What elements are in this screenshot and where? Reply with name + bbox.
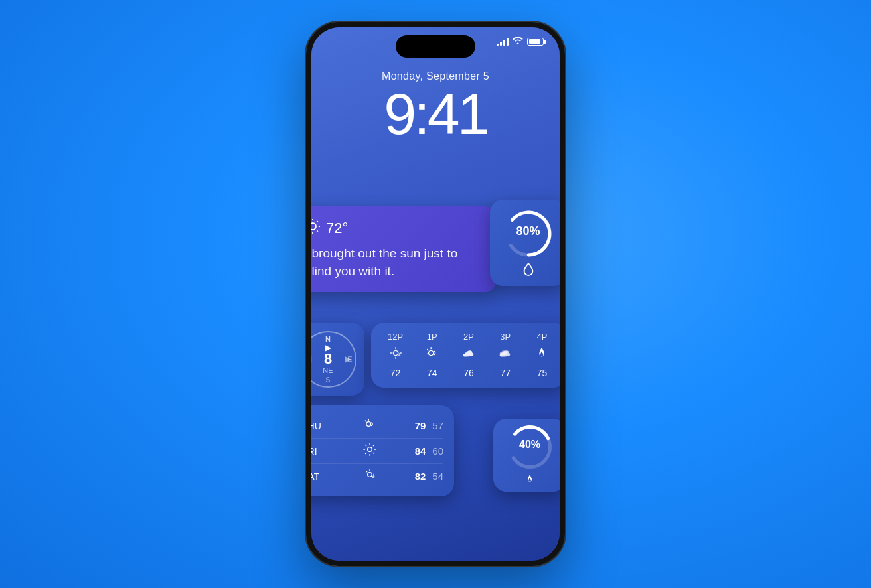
- hourly-grid: 12P 72: [378, 332, 560, 378]
- compass-center: ▶ 8 NE: [323, 344, 333, 374]
- daily-forecast-widget[interactable]: THU 79 57 FRI: [311, 405, 454, 496]
- svg-line-8: [317, 221, 317, 222]
- hourly-time-0: 12P: [388, 332, 403, 342]
- signal-icon: [497, 38, 509, 46]
- hourly-item-3: 3P 77: [488, 332, 523, 378]
- daily-row-sat: SAT 82 54: [311, 464, 443, 488]
- daily-low-thu: 57: [432, 420, 443, 431]
- compass-north: N: [325, 335, 331, 343]
- hourly-time-3: 3P: [500, 332, 511, 342]
- signal-bar-1: [497, 44, 499, 46]
- svg-line-33: [366, 471, 367, 472]
- daily-icon-sat: [360, 468, 379, 484]
- hourly-temp-1: 74: [427, 368, 437, 378]
- daily-temps-sat: 82 54: [415, 471, 443, 482]
- weather-quote-text: I brought out the sun just to blind you …: [311, 245, 484, 280]
- daily-icon-thu: [360, 417, 379, 434]
- daily-day-fri: FRI: [311, 446, 325, 457]
- status-right: [497, 37, 544, 46]
- signal-bar-3: [503, 40, 505, 46]
- svg-line-29: [366, 453, 366, 453]
- hourly-item-2: 2P 76: [451, 332, 486, 378]
- signal-bar-2: [500, 42, 502, 46]
- hourly-item-4: 4P 75: [524, 332, 560, 378]
- daily-day-sat: SAT: [311, 471, 325, 482]
- daily-row-fri: FRI: [311, 439, 443, 464]
- svg-line-21: [366, 421, 366, 421]
- hourly-item-0: 12P 72: [378, 332, 413, 378]
- daily-day-thu: THU: [311, 421, 325, 431]
- humidity-ring-small: 40%: [505, 422, 555, 472]
- compass-speed: 8: [324, 352, 332, 366]
- svg-line-18: [427, 350, 428, 350]
- hourly-temp-0: 72: [390, 368, 401, 378]
- daily-row-thu: THU 79 57: [311, 413, 443, 439]
- hourly-icon-3: [498, 346, 513, 364]
- svg-line-30: [374, 445, 374, 446]
- humidity-widget-large[interactable]: 80%: [490, 200, 560, 286]
- humidity-ring: 80%: [502, 207, 555, 260]
- daily-high-fri: 84: [415, 445, 426, 457]
- hourly-forecast-widget[interactable]: 12P 72: [371, 323, 560, 388]
- compass-widget[interactable]: N S E W ◀ ▶ ▶ 8 NE: [311, 323, 364, 396]
- wifi-icon: [513, 37, 523, 46]
- daily-low-fri: 60: [432, 445, 443, 457]
- weather-quote-widget[interactable]: 72° I brought out the sun just to blind …: [311, 206, 497, 292]
- phone-screen: Monday, September 5 9:41: [311, 27, 560, 561]
- humidity-widget-small[interactable]: 40%: [493, 419, 560, 492]
- daily-icon-fri: [360, 443, 379, 459]
- battery-fill: [529, 39, 540, 44]
- weather-quote-header: 72°: [311, 218, 484, 238]
- compass-south: S: [325, 376, 330, 384]
- hourly-icon-2: [461, 346, 476, 364]
- datetime-display: Monday, September 5 9:41: [311, 70, 560, 143]
- daily-high-thu: 79: [415, 420, 426, 431]
- hourly-icon-4: [534, 346, 549, 364]
- svg-point-31: [368, 473, 372, 477]
- hourly-temp-4: 75: [537, 368, 548, 378]
- svg-point-19: [366, 422, 371, 427]
- hourly-time-1: 1P: [427, 332, 437, 342]
- svg-point-22: [368, 447, 372, 452]
- svg-point-16: [428, 350, 433, 355]
- dynamic-island: [396, 35, 475, 58]
- svg-line-4: [317, 230, 317, 231]
- hourly-time-2: 2P: [463, 332, 474, 342]
- hourly-time-4: 4P: [536, 332, 547, 342]
- compass-direction: NE: [323, 366, 333, 374]
- svg-point-11: [393, 350, 398, 355]
- battery-icon: [527, 38, 544, 46]
- svg-line-26: [374, 453, 374, 453]
- humidity-percent-large: 80%: [516, 224, 540, 238]
- temperature-display: 72°: [326, 220, 348, 237]
- time-display: 9:41: [311, 85, 560, 143]
- hourly-icon-1: [425, 346, 439, 364]
- daily-low-sat: 54: [432, 471, 443, 482]
- compass-circle: N S E W ◀ ▶ ▶ 8 NE: [311, 331, 356, 388]
- hourly-icon-0: [388, 346, 403, 364]
- humidity-percent-small: 40%: [519, 439, 540, 451]
- compass-arrow-right: ▶: [345, 354, 351, 364]
- daily-temps-thu: 79 57: [415, 420, 443, 431]
- signal-bar-4: [507, 38, 509, 46]
- daily-high-sat: 82: [415, 471, 426, 482]
- hourly-temp-2: 76: [463, 368, 474, 378]
- sun-icon: [311, 218, 321, 238]
- svg-point-0: [311, 223, 316, 230]
- hourly-item-1: 1P 74: [414, 332, 449, 378]
- daily-temps-fri: 84 60: [415, 445, 443, 457]
- date-display: Monday, September 5: [311, 70, 560, 82]
- svg-line-25: [366, 445, 366, 446]
- hourly-temp-3: 77: [500, 368, 511, 378]
- phone-frame: Monday, September 5 9:41: [306, 22, 565, 566]
